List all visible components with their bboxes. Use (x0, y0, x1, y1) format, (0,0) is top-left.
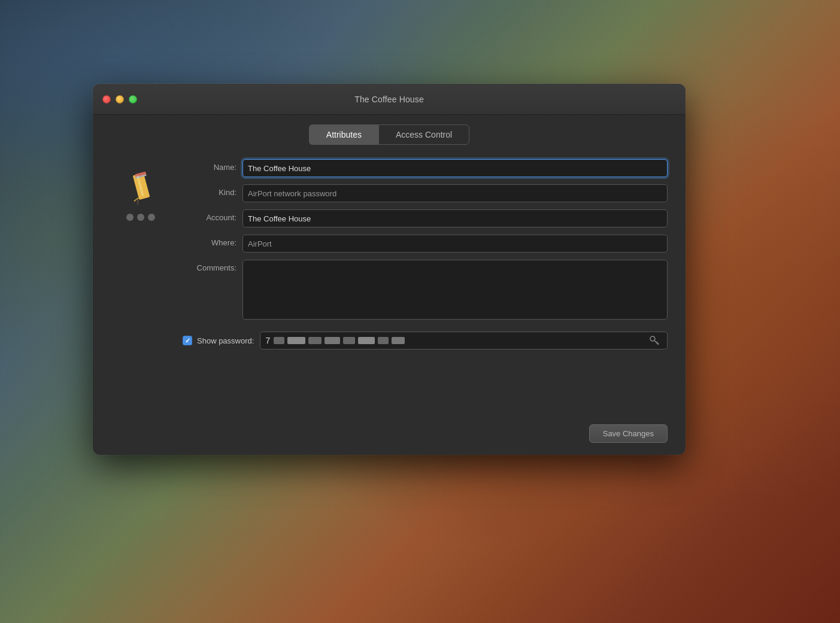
pw-block-3 (308, 337, 322, 344)
pw-block-5 (343, 337, 355, 344)
password-blocks (274, 337, 644, 344)
show-password-checkbox[interactable]: ✓ (183, 336, 192, 345)
window-title: The Coffee House (354, 95, 424, 104)
kind-label: Kind: (183, 184, 236, 197)
account-label: Account: (183, 209, 236, 222)
show-password-checkbox-wrap: ✓ Show password: (183, 336, 254, 345)
keychain-window: The Coffee House Attributes Access Contr… (93, 84, 686, 455)
icon-dot-3 (148, 214, 155, 221)
pw-block-4 (325, 337, 340, 344)
minimize-button[interactable] (116, 95, 124, 104)
maximize-button[interactable] (129, 95, 137, 104)
pw-block-2 (287, 337, 305, 344)
icon-dot-2 (137, 214, 144, 221)
bottom-bar: Save Changes (93, 420, 686, 455)
save-changes-button[interactable]: Save Changes (589, 424, 668, 443)
pw-block-8 (392, 337, 405, 344)
where-row: Where: (183, 235, 668, 253)
icon-dots (126, 214, 155, 221)
svg-marker-4 (134, 199, 140, 207)
pencil-icon (125, 171, 157, 210)
password-row: ✓ Show password: 7 (183, 332, 668, 350)
traffic-lights (102, 95, 137, 104)
name-label: Name: (183, 159, 236, 172)
comments-textarea[interactable] (242, 260, 668, 320)
password-first-char: 7 (265, 336, 271, 345)
pencil-icon-wrap (125, 171, 157, 221)
tab-attributes[interactable]: Attributes (309, 124, 378, 145)
show-password-label: Show password: (197, 336, 254, 345)
tabs-container: Attributes Access Control (93, 115, 686, 145)
pw-block-7 (378, 337, 389, 344)
icon-dot-1 (126, 214, 134, 221)
account-row: Account: (183, 209, 668, 227)
pw-block-6 (358, 337, 375, 344)
account-input[interactable] (242, 209, 668, 227)
pw-block-1 (274, 337, 284, 344)
window-content: Attributes Access Control (93, 115, 686, 455)
password-field-wrap: 7 (260, 332, 668, 350)
comments-row: Comments: (183, 260, 668, 320)
kind-row: Kind: (183, 184, 668, 202)
where-input (242, 235, 668, 253)
checkmark-icon: ✓ (185, 338, 190, 344)
icon-panel (111, 159, 171, 405)
svg-point-6 (650, 336, 655, 341)
name-input[interactable] (242, 159, 668, 177)
where-label: Where: (183, 235, 236, 247)
close-button[interactable] (102, 95, 111, 104)
form-area: Name: Kind: Account: Where: (183, 159, 668, 405)
key-icon[interactable] (647, 333, 662, 348)
kind-input (242, 184, 668, 202)
comments-label: Comments: (183, 260, 236, 272)
tab-access-control[interactable]: Access Control (378, 124, 469, 145)
title-bar: The Coffee House (93, 84, 686, 115)
name-row: Name: (183, 159, 668, 177)
main-area: Name: Kind: Account: Where: (93, 145, 686, 420)
